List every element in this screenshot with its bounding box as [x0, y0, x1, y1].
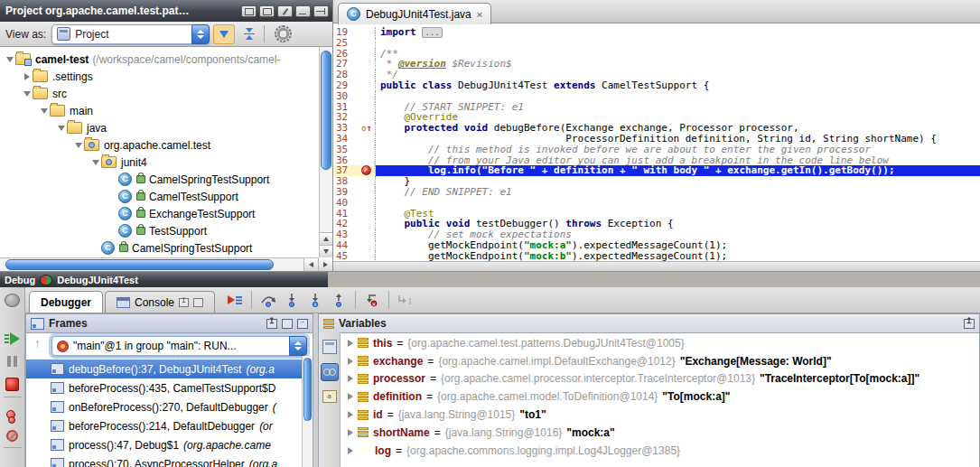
code-line-27[interactable]: 27 * @version $Revision$: [333, 59, 980, 70]
gutter[interactable]: [359, 155, 376, 166]
tree-item-camel-test[interactable]: camel-test(/workspace/camel/components/c…: [0, 51, 319, 68]
scroll-left-button[interactable]: [303, 258, 318, 271]
frame-row[interactable]: debugBefore():37, DebugJUnit4Test (org.a: [26, 360, 302, 378]
tree-item-junit4[interactable]: junit4: [0, 154, 319, 171]
frame-row[interactable]: onBeforeProcess():270, DefaultDebugger (: [26, 397, 302, 416]
tab-console[interactable]: Console: [105, 291, 215, 313]
gutter[interactable]: [359, 240, 376, 251]
code-area[interactable]: 19import ...2526/**27 * @version $Revisi…: [333, 23, 980, 262]
auto-watches-icon[interactable]: a: [322, 390, 337, 403]
gutter[interactable]: [359, 102, 376, 113]
gutter[interactable]: [359, 27, 376, 38]
view-breakpoints-icon[interactable]: [6, 410, 19, 422]
variable-row-definition[interactable]: definition={org.apache.camel.model.ToDef…: [341, 388, 979, 406]
dropdown-stepper[interactable]: [191, 24, 210, 44]
expander-closed-icon[interactable]: [348, 375, 353, 382]
frame-row[interactable]: process():70, AsyncProcessorHelper (org.…: [26, 454, 302, 467]
tree-item-src[interactable]: src: [0, 85, 319, 102]
code-line-19[interactable]: 19import ...: [333, 27, 980, 38]
frame-up-icon[interactable]: ↑: [34, 338, 41, 349]
tree-item-ExchangeTestSupport[interactable]: ExchangeTestSupport: [0, 205, 319, 222]
project-tree-hscrollbar[interactable]: [0, 257, 319, 271]
gutter[interactable]: [359, 187, 376, 198]
expander-open-icon[interactable]: [38, 108, 50, 114]
gutter[interactable]: [359, 49, 376, 60]
expander-open-icon[interactable]: [55, 126, 67, 131]
show-execution-point-button[interactable]: [224, 290, 246, 310]
step-out-button[interactable]: [328, 290, 350, 310]
watch-button[interactable]: [321, 363, 339, 381]
gutter[interactable]: [359, 229, 376, 240]
expander-open-icon[interactable]: [21, 91, 33, 97]
tab-debugger[interactable]: Debugger: [29, 291, 103, 313]
tree-item-org.apache.camel.test[interactable]: org.apache.camel.test: [0, 136, 319, 154]
frame-row[interactable]: beforeProcess():435, CamelTestSupport$D: [26, 378, 302, 397]
dock-icon[interactable]: [259, 5, 275, 17]
gutter[interactable]: [359, 59, 376, 70]
expander-closed-icon[interactable]: [21, 73, 33, 80]
hide-icon[interactable]: [313, 5, 329, 17]
gutter[interactable]: [359, 209, 376, 219]
gutter[interactable]: [359, 198, 376, 209]
view-as-dropdown[interactable]: Project: [51, 24, 210, 44]
close-icon[interactable]: ×: [477, 9, 482, 20]
expander-closed-icon[interactable]: [348, 447, 353, 454]
force-step-into-button[interactable]: i: [304, 290, 326, 310]
tree-item-java[interactable]: java: [0, 119, 319, 136]
gutter[interactable]: [359, 91, 376, 102]
float-icon[interactable]: [241, 5, 257, 17]
gutter[interactable]: [359, 251, 376, 262]
variables-restore-icon[interactable]: [964, 319, 975, 329]
variable-row-id[interactable]: id={java.lang.String@1015}"to1": [341, 406, 979, 424]
gutter[interactable]: [359, 219, 376, 229]
tree-item-main[interactable]: main: [0, 102, 319, 119]
tree-item-CamelTestSupport[interactable]: CamelTestSupport: [0, 188, 319, 205]
tree-item-CamelSpringTestSupport[interactable]: CamelSpringTestSupport: [0, 239, 319, 257]
editor-hscrollbar[interactable]: [333, 261, 980, 271]
expander-closed-icon[interactable]: [348, 340, 353, 347]
variable-row-log[interactable]: log={org.apache.commons.logging.impl.Log…: [341, 442, 979, 460]
settings-button[interactable]: [272, 24, 294, 44]
scroll-right-button[interactable]: [318, 258, 332, 271]
gutter[interactable]: [359, 80, 376, 91]
gutter[interactable]: [359, 134, 376, 145]
variable-row-exchange[interactable]: exchange={org.apache.camel.impl.DefaultE…: [341, 352, 979, 370]
run-to-cursor-button[interactable]: I: [395, 290, 416, 310]
mute-breakpoints-icon[interactable]: [6, 430, 18, 442]
expander-open-icon[interactable]: [72, 143, 84, 148]
gutter[interactable]: [359, 176, 376, 187]
stop-icon[interactable]: [5, 378, 19, 391]
tree-item-CamelSpringTestSupport[interactable]: CamelSpringTestSupport: [0, 171, 319, 188]
frame-row[interactable]: process():47, Debug$1 (org.apache.came: [26, 435, 302, 454]
editor-tab[interactable]: DebugJUnit4Test.java ×: [338, 3, 491, 24]
frames-vscroll-thumb[interactable]: [303, 358, 312, 421]
variable-row-shortName[interactable]: shortName={java.lang.String@1016}"mock:a…: [341, 424, 979, 442]
tree-item-TestSupport[interactable]: TestSupport: [0, 222, 319, 239]
minimize-icon[interactable]: [295, 5, 311, 17]
step-into-button[interactable]: [281, 290, 303, 310]
gutter[interactable]: [359, 38, 376, 49]
code-line-37[interactable]: 37 log.info("Before " + definition + " w…: [333, 165, 980, 176]
expander-closed-icon[interactable]: [348, 358, 353, 365]
gutter[interactable]: [359, 165, 376, 176]
hide-panel-icon[interactable]: [297, 319, 308, 329]
float-panel-icon[interactable]: [282, 319, 293, 329]
code-line-39[interactable]: 39 // END SNIPPET: e1: [333, 187, 980, 198]
hscroll-thumb[interactable]: [5, 259, 274, 270]
collapse-all-button[interactable]: [238, 24, 260, 44]
resume-icon[interactable]: [5, 332, 20, 345]
thread-dropdown[interactable]: "main"@1 in group "main": RUN...: [51, 336, 307, 356]
code-line-45[interactable]: 45 getMockEndpoint("mock:b").expectedMes…: [333, 251, 980, 262]
drop-frame-button[interactable]: ×: [361, 290, 383, 310]
gutter[interactable]: [359, 145, 376, 155]
pause-icon[interactable]: [7, 356, 17, 367]
expander-closed-icon[interactable]: [348, 429, 353, 436]
gutter[interactable]: o: [359, 123, 376, 134]
frames-vscrollbar[interactable]: [302, 356, 313, 467]
scroll-up-button[interactable]: [320, 232, 332, 245]
code-line-29[interactable]: 29public class DebugJUnit4Test extends C…: [333, 80, 980, 91]
tree-item-.settings[interactable]: .settings: [0, 68, 319, 85]
code-line-25[interactable]: 25: [333, 38, 980, 49]
gutter[interactable]: [359, 70, 376, 80]
project-tree-vscrollbar[interactable]: [319, 47, 332, 257]
